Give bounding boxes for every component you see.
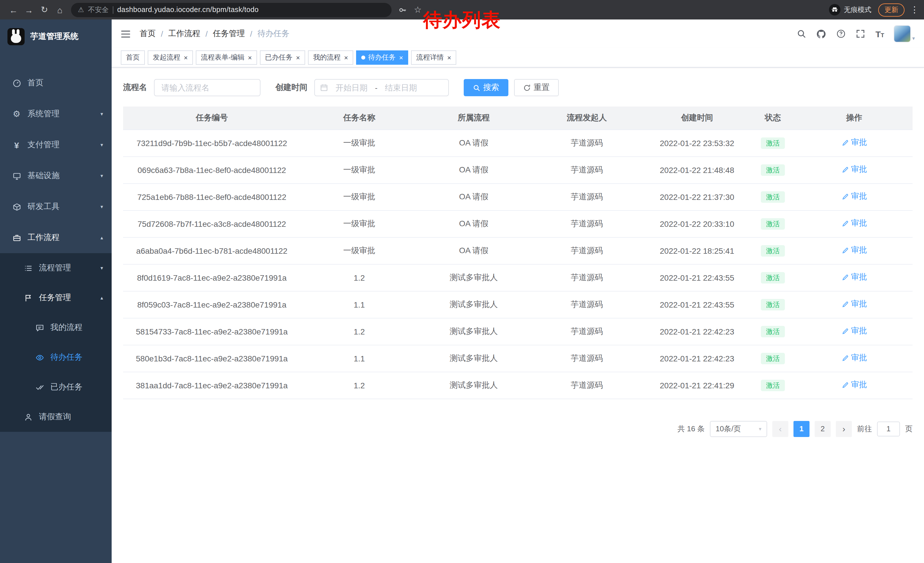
tab-done-task[interactable]: 已办任务 ×: [260, 50, 305, 65]
approve-link[interactable]: 审批: [841, 299, 867, 309]
chevron-down-icon: ▾: [100, 111, 103, 117]
search-icon[interactable]: [797, 29, 806, 38]
hamburger-icon[interactable]: [121, 30, 130, 38]
app-frame: 芋道管理系统 首页 ⚙ 系统管理 ▾ ¥ 支付管理: [0, 20, 924, 563]
breadcrumb-home[interactable]: 首页: [140, 29, 156, 39]
table-row: 75d72608-7b7f-11ec-a3c8-acde48001122 一级审…: [123, 210, 912, 237]
end-date-input[interactable]: [379, 83, 423, 93]
page-size-select[interactable]: 10条/页 ▾: [710, 421, 767, 437]
app-title: 芋道管理系统: [30, 32, 78, 42]
sidebar-item-infra[interactable]: 基础设施 ▾: [0, 161, 112, 191]
breadcrumb-workflow[interactable]: 工作流程: [168, 29, 200, 39]
home-icon[interactable]: ⌂: [52, 5, 68, 15]
chevron-down-icon: ▾: [759, 426, 761, 432]
approve-link[interactable]: 审批: [841, 165, 867, 175]
tab-process-detail[interactable]: 流程详情 ×: [411, 50, 456, 65]
tab-home[interactable]: 首页: [121, 50, 145, 65]
prev-page-button[interactable]: ‹: [772, 421, 788, 437]
tab-my-process[interactable]: 我的流程 ×: [308, 50, 353, 65]
sidebar-item-task-mgmt[interactable]: 任务管理 ▴: [0, 283, 112, 313]
approve-link[interactable]: 审批: [841, 272, 867, 283]
search-button[interactable]: 搜索: [464, 79, 508, 96]
url-text[interactable]: dashboard.yudao.iocoder.cn/bpm/task/todo: [117, 6, 259, 14]
user-menu[interactable]: ▾: [894, 26, 915, 42]
status-badge: 激活: [761, 218, 785, 230]
bookmark-star-icon[interactable]: ☆: [414, 5, 422, 15]
sidebar-item-home[interactable]: 首页: [0, 68, 112, 99]
col-actions: 操作: [796, 107, 912, 129]
sidebar-item-done-task[interactable]: 已办任务: [0, 372, 112, 402]
help-icon[interactable]: [836, 29, 846, 38]
refresh-icon[interactable]: ↻: [37, 5, 52, 15]
table-header-row: 任务编号 任务名称 所属流程 流程发起人 创建时间 状态 操作: [123, 107, 912, 129]
workflow-submenu: 流程管理 ▾ 任务管理 ▴: [0, 253, 112, 432]
sidebar-item-my-process[interactable]: 我的流程: [0, 313, 112, 342]
col-created: 创建时间: [644, 107, 750, 129]
sidebar-item-process-mgmt[interactable]: 流程管理 ▾: [0, 253, 112, 283]
goto-page-input[interactable]: [877, 421, 900, 436]
status-badge: 激活: [761, 245, 785, 256]
menu-dots-icon[interactable]: ⋮: [910, 5, 918, 15]
app-logo-icon: [8, 28, 25, 45]
chevron-down-icon: ▾: [100, 265, 103, 271]
col-starter: 流程发起人: [530, 107, 644, 129]
close-icon[interactable]: ×: [184, 54, 188, 61]
tab-todo-task[interactable]: 待办任务 ×: [356, 50, 408, 65]
approve-link[interactable]: 审批: [841, 219, 867, 229]
col-process: 所属流程: [418, 107, 530, 129]
breadcrumb-task-mgmt[interactable]: 任务管理: [213, 29, 245, 39]
reset-button[interactable]: 重置: [514, 79, 559, 96]
status-badge: 激活: [761, 191, 785, 203]
approve-link[interactable]: 审批: [841, 326, 867, 336]
monitor-icon: [12, 171, 22, 180]
next-page-button[interactable]: ›: [836, 421, 852, 437]
forward-icon[interactable]: →: [21, 5, 37, 15]
close-icon[interactable]: ×: [296, 54, 300, 61]
approve-link[interactable]: 审批: [841, 192, 867, 202]
close-icon[interactable]: ×: [344, 54, 348, 61]
pagination: 共 16 条 10条/页 ▾ ‹ 1 2 › 前往 页: [123, 421, 912, 437]
sidebar-item-devtools[interactable]: 研发工具 ▾: [0, 191, 112, 222]
sidebar-item-leave-query[interactable]: 请假查询: [0, 402, 112, 432]
github-icon[interactable]: [816, 29, 826, 39]
status-badge: 激活: [761, 164, 785, 176]
sidebar-item-system[interactable]: ⚙ 系统管理 ▾: [0, 99, 112, 129]
address-bar[interactable]: ⚠ 不安全 dashboard.yudao.iocoder.cn/bpm/tas…: [71, 3, 392, 17]
start-date-input[interactable]: [330, 83, 373, 93]
key-icon[interactable]: [399, 6, 407, 14]
approve-link[interactable]: 审批: [841, 245, 867, 256]
approve-link[interactable]: 审批: [841, 353, 867, 363]
date-range-picker[interactable]: -: [314, 79, 449, 96]
close-icon[interactable]: ×: [248, 54, 252, 61]
security-label[interactable]: 不安全: [88, 5, 109, 15]
table-row: 580e1b3d-7ac8-11ec-a9e2-a2380e71991a 1.1…: [123, 345, 912, 372]
avatar[interactable]: [894, 26, 910, 42]
approve-link[interactable]: 审批: [841, 380, 867, 390]
app-logo[interactable]: 芋道管理系统: [0, 20, 112, 54]
sidebar-item-workflow[interactable]: 工作流程 ▴: [0, 222, 112, 253]
fullscreen-icon[interactable]: [856, 29, 865, 38]
chevron-down-icon: ▾: [912, 36, 915, 41]
close-icon[interactable]: ×: [399, 54, 403, 61]
status-badge: 激活: [761, 299, 785, 310]
page-button-1[interactable]: 1: [794, 421, 810, 437]
page-content: 流程名 创建时间 -: [112, 68, 924, 563]
table-row: 725a1eb6-7b88-11ec-8ef0-acde48001122 一级审…: [123, 183, 912, 210]
font-size-icon[interactable]: TT: [875, 30, 884, 38]
tab-start-process[interactable]: 发起流程 ×: [148, 50, 193, 65]
back-icon[interactable]: ←: [6, 5, 21, 15]
page-button-2[interactable]: 2: [814, 421, 831, 437]
main-area: 首页 / 工作流程 / 任务管理 / 待办任务: [112, 20, 924, 563]
approve-link[interactable]: 审批: [841, 138, 867, 148]
flag-icon: [23, 294, 33, 302]
sidebar-item-payment[interactable]: ¥ 支付管理 ▾: [0, 129, 112, 161]
update-button[interactable]: 更新: [878, 3, 904, 17]
close-icon[interactable]: ×: [447, 54, 451, 61]
tags-view-bar: 首页 发起流程 × 流程表单-编辑 × 已办任务 × 我的流程 ×: [112, 48, 924, 68]
pagination-total: 共 16 条: [678, 423, 705, 434]
sidebar-item-todo-task[interactable]: 待办任务: [0, 342, 112, 372]
chevron-down-icon: ▾: [100, 173, 103, 179]
create-time-label: 创建时间: [275, 83, 308, 93]
process-name-input[interactable]: [154, 79, 261, 96]
tab-process-form-edit[interactable]: 流程表单-编辑 ×: [196, 50, 257, 65]
